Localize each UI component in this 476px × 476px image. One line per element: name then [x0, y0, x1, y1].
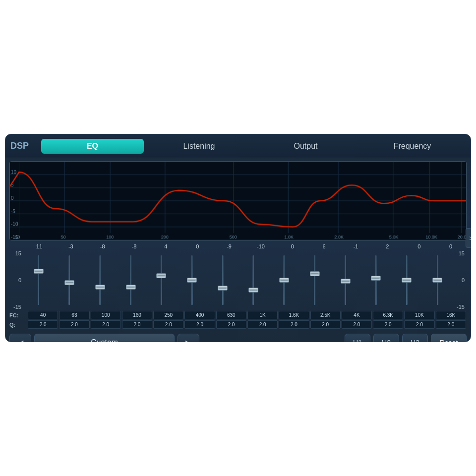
tab-listening[interactable]: Listening — [148, 139, 250, 154]
q-row: Q: 2.02.02.02.02.02.02.02.02.02.02.02.02… — [9, 320, 467, 329]
fader-handle[interactable] — [218, 286, 228, 291]
scale-bot-r: -15 — [457, 304, 465, 310]
tab-output[interactable]: Output — [254, 139, 357, 154]
fader-handle[interactable] — [310, 271, 320, 276]
q-cell[interactable]: 2.0 — [184, 320, 215, 329]
fader-col — [54, 250, 85, 310]
fader-col — [269, 250, 299, 310]
fader-value-label: 6 — [308, 243, 340, 249]
u2-button[interactable]: U2 — [373, 334, 399, 342]
fc-label: FC: — [9, 312, 27, 318]
scale-mid-r: 0 — [462, 277, 465, 283]
tab-frequency[interactable]: Frequency — [361, 139, 464, 154]
fader-col — [360, 250, 391, 310]
reset-button[interactable]: Reset — [431, 334, 467, 342]
fader-handle[interactable] — [248, 288, 258, 293]
faders-container — [23, 250, 453, 310]
u1-button[interactable]: U1 — [345, 334, 370, 342]
fc-cell[interactable]: 4K — [342, 311, 372, 319]
fader-handle[interactable] — [187, 278, 197, 283]
fader-track[interactable] — [437, 255, 438, 305]
fader-handle[interactable] — [402, 278, 412, 283]
fader-col — [146, 250, 177, 310]
fader-values-row: 11-3-8-840-9-1006-1200 — [9, 243, 467, 249]
chevron-right-icon[interactable]: › — [466, 228, 471, 248]
scale-top-r: 15 — [459, 250, 465, 256]
tab-eq[interactable]: EQ — [41, 139, 144, 154]
fader-track[interactable] — [283, 255, 285, 305]
next-button[interactable]: ▶ — [178, 334, 199, 342]
fader-col — [330, 250, 361, 310]
fader-col — [391, 250, 422, 310]
fader-col — [85, 250, 116, 310]
fader-values-container: 11-3-8-840-9-1006-1200 — [23, 243, 467, 249]
fader-track[interactable] — [252, 255, 254, 305]
q-cell[interactable]: 2.0 — [122, 320, 152, 329]
fc-cell[interactable]: 160 — [122, 311, 152, 319]
q-cell[interactable]: 2.0 — [279, 320, 309, 329]
fader-value-label: -8 — [87, 243, 119, 249]
fader-track[interactable] — [130, 255, 131, 305]
fader-value-label: -10 — [245, 243, 277, 249]
fader-track[interactable] — [345, 255, 346, 305]
fc-cell[interactable]: 400 — [184, 311, 215, 319]
fader-handle[interactable] — [432, 278, 442, 283]
fader-handle[interactable] — [341, 279, 351, 284]
fader-track[interactable] — [191, 255, 193, 305]
fc-cell[interactable]: 100 — [91, 311, 121, 319]
q-cell[interactable]: 2.0 — [59, 320, 89, 329]
fc-cell[interactable]: 1.6K — [279, 311, 309, 319]
faders-side-right: 15 0 -15 — [453, 250, 467, 310]
q-cell[interactable]: 2.0 — [91, 320, 121, 329]
fader-handle[interactable] — [156, 273, 166, 278]
dsp-label: DSP — [10, 141, 35, 151]
fader-track[interactable] — [38, 255, 39, 305]
fader-track[interactable] — [314, 255, 315, 305]
fader-handle[interactable] — [64, 280, 74, 285]
fc-cell[interactable]: 2.5K — [310, 311, 341, 319]
fader-handle[interactable] — [34, 269, 44, 274]
fader-track[interactable] — [99, 255, 101, 305]
fc-row: FC: 40631001602504006301K1.6K2.5K4K6.3K1… — [9, 311, 467, 319]
faders-row: 15 0 -15 15 0 -15 — [9, 250, 467, 310]
eq-graph — [9, 161, 467, 240]
fc-cell[interactable]: 630 — [216, 311, 246, 319]
fc-cell[interactable]: 40 — [28, 311, 58, 319]
fader-handle[interactable] — [126, 285, 136, 290]
fc-cell[interactable]: 6.3K — [373, 311, 403, 319]
fader-track[interactable] — [68, 255, 70, 305]
fader-value-label: 0 — [403, 243, 435, 249]
fc-cell[interactable]: 63 — [59, 311, 89, 319]
bottom-controls: ◀ Custom ▶ U1 U2 U3 Reset — [5, 331, 471, 342]
q-cell[interactable]: 2.0 — [342, 320, 372, 329]
fader-value-label: 4 — [150, 243, 181, 249]
q-cell[interactable]: 2.0 — [436, 320, 466, 329]
fader-col — [116, 250, 146, 310]
q-cell[interactable]: 2.0 — [28, 320, 58, 329]
fc-cell[interactable]: 10K — [404, 311, 434, 319]
fader-value-label: 2 — [371, 243, 403, 249]
fc-cell[interactable]: 16K — [436, 311, 466, 319]
prev-button[interactable]: ◀ — [9, 334, 31, 342]
q-cell[interactable]: 2.0 — [216, 320, 246, 329]
fader-track[interactable] — [375, 255, 377, 305]
preset-label-button[interactable]: Custom — [34, 334, 175, 342]
fader-value-label: 0 — [181, 243, 213, 249]
fc-cell[interactable]: 1K — [247, 311, 278, 319]
fader-track[interactable] — [406, 255, 408, 305]
q-cell[interactable]: 2.0 — [153, 320, 183, 329]
q-cell[interactable]: 2.0 — [373, 320, 403, 329]
fader-track[interactable] — [222, 255, 224, 305]
fc-cell[interactable]: 250 — [153, 311, 183, 319]
fader-track[interactable] — [161, 255, 162, 305]
fader-handle[interactable] — [95, 285, 105, 290]
q-cell[interactable]: 2.0 — [404, 320, 434, 329]
q-cell[interactable]: 2.0 — [310, 320, 341, 329]
eq-canvas[interactable] — [10, 162, 466, 240]
q-cell[interactable]: 2.0 — [247, 320, 278, 329]
fader-handle[interactable] — [371, 276, 381, 281]
u3-button[interactable]: U3 — [402, 334, 428, 342]
fader-handle[interactable] — [279, 278, 289, 283]
q-values: 2.02.02.02.02.02.02.02.02.02.02.02.02.02… — [27, 320, 467, 329]
fader-value-label: 11 — [23, 243, 55, 249]
